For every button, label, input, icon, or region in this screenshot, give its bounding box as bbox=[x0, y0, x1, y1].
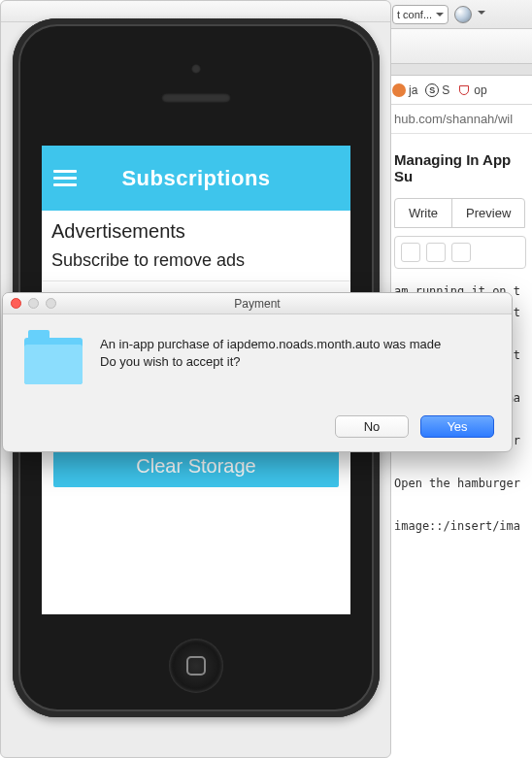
dialog-body: An in-app purchase of iapdemo.noads.mont… bbox=[3, 314, 512, 384]
dialog-buttons: No Yes bbox=[335, 415, 494, 438]
write-preview-tabs: Write Preview bbox=[394, 198, 525, 228]
dialog-line-2: Do you wish to accept it? bbox=[100, 353, 441, 371]
hamburger-icon[interactable] bbox=[53, 170, 77, 186]
editor-toolbar bbox=[394, 236, 526, 269]
phone-earpiece bbox=[161, 93, 231, 103]
editor-tabs: ja S S op bbox=[388, 76, 532, 105]
editor-tab-s[interactable]: S S bbox=[425, 83, 449, 97]
ide-toolbar: t conf... bbox=[388, 0, 532, 29]
payment-dialog: Payment An in-app purchase of iapdemo.no… bbox=[2, 292, 513, 452]
globe-dropdown-arrow[interactable] bbox=[478, 11, 485, 18]
ide-toolbar-strip bbox=[388, 29, 532, 64]
dialog-line-1: An in-app purchase of iapdemo.noads.mont… bbox=[100, 336, 441, 353]
phone-camera bbox=[191, 64, 201, 74]
tab-preview[interactable]: Preview bbox=[452, 199, 524, 227]
page-heading: Managing In App Su bbox=[388, 134, 532, 198]
globe-icon[interactable] bbox=[454, 6, 472, 23]
dialog-message: An in-app purchase of iapdemo.noads.mont… bbox=[100, 336, 441, 384]
toolbar-button-2[interactable] bbox=[426, 243, 446, 262]
section-subtext[interactable]: Subscribe to remove ads bbox=[42, 247, 350, 280]
app-header: Subscriptions bbox=[42, 146, 350, 211]
toolbar-button-1[interactable] bbox=[401, 243, 420, 262]
home-button[interactable] bbox=[169, 639, 223, 693]
coffee-icon bbox=[457, 83, 471, 97]
editor-tab-java[interactable]: ja bbox=[392, 83, 417, 97]
run-config-dropdown[interactable]: t conf... bbox=[392, 5, 449, 24]
dialog-titlebar[interactable]: Payment bbox=[3, 293, 512, 314]
folder-icon bbox=[24, 338, 83, 384]
java-icon bbox=[392, 83, 406, 97]
list-divider bbox=[42, 280, 350, 281]
tab-label-ja: ja bbox=[409, 83, 417, 97]
no-button[interactable]: No bbox=[335, 415, 409, 438]
dialog-title: Payment bbox=[3, 297, 512, 311]
home-icon bbox=[186, 656, 206, 676]
section-heading: Advertisements bbox=[42, 211, 350, 247]
s-icon: S bbox=[425, 83, 439, 97]
app-title: Subscriptions bbox=[77, 166, 316, 191]
editor-tab-op[interactable]: op bbox=[457, 83, 486, 97]
yes-button[interactable]: Yes bbox=[420, 415, 494, 438]
ide-subbar bbox=[388, 64, 532, 76]
tab-write[interactable]: Write bbox=[395, 199, 452, 227]
tab-label-op: op bbox=[474, 83, 486, 97]
toolbar-button-3[interactable] bbox=[451, 243, 471, 262]
tab-label-s: S bbox=[442, 83, 449, 97]
url-text: hub.com/shannah/wil bbox=[394, 112, 513, 126]
run-config-label: t conf... bbox=[397, 9, 432, 20]
url-bar[interactable]: hub.com/shannah/wil bbox=[388, 105, 532, 134]
